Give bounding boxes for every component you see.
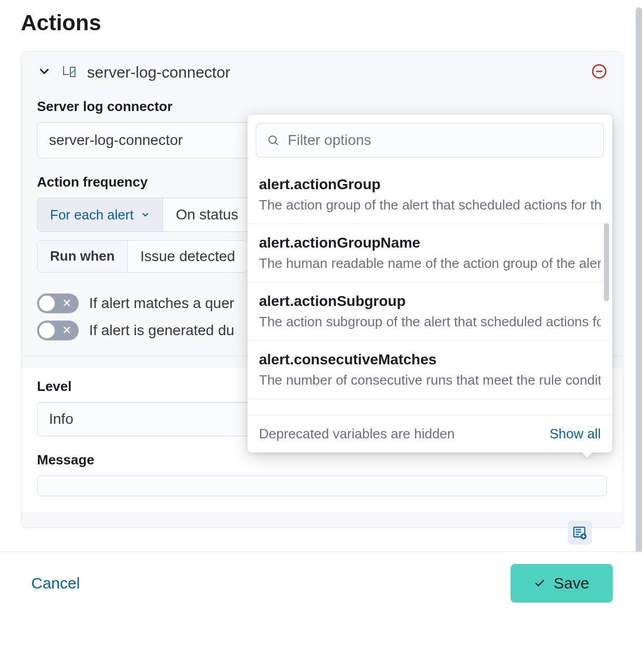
toggle-during-time[interactable]: ✕ — [37, 321, 79, 340]
toggle-match-query[interactable]: ✕ — [37, 293, 79, 313]
variable-desc: The action group of the alert that sched… — [259, 197, 601, 213]
variable-desc: The action subgroup of the alert that sc… — [259, 314, 601, 330]
insert-variable-button[interactable] — [568, 521, 592, 545]
svg-line-3 — [275, 142, 278, 145]
variable-title: alert.consecutiveMatches — [259, 351, 601, 368]
close-icon: ✕ — [62, 325, 71, 336]
remove-action-button[interactable] — [591, 64, 607, 81]
check-icon — [534, 578, 546, 589]
run-when-value[interactable]: Issue detected — [128, 241, 247, 272]
message-textarea[interactable] — [37, 475, 607, 496]
page-title: Actions — [21, 10, 623, 35]
close-icon: ✕ — [62, 298, 71, 309]
variable-option[interactable]: alert.actionSubgroup The action subgroup… — [247, 283, 612, 341]
deprecated-note: Deprecated variables are hidden — [259, 426, 455, 442]
message-label: Message — [37, 452, 607, 468]
toggle-during-time-label: If alert is generated du — [89, 322, 234, 339]
connector-field-label: Server log connector — [37, 99, 607, 115]
variable-title: alert.actionSubgroup — [259, 293, 601, 310]
connector-icon — [61, 63, 78, 82]
popover-scrollbar[interactable] — [604, 223, 609, 301]
toggle-match-query-label: If alert matches a quer — [89, 295, 234, 312]
variable-desc: The number of consecutive runs that meet… — [259, 372, 601, 388]
variable-title: alert.actionGroup — [259, 176, 601, 193]
page-scrollbar[interactable] — [636, 7, 642, 565]
variable-desc: The human readable name of the action gr… — [259, 255, 601, 272]
cancel-button[interactable]: Cancel — [31, 574, 80, 592]
filter-input[interactable] — [288, 132, 593, 149]
chevron-down-icon[interactable] — [37, 64, 52, 81]
svg-point-2 — [269, 136, 276, 143]
save-button[interactable]: Save — [511, 564, 613, 603]
variable-option[interactable]: alert.actionGroup The action group of th… — [247, 166, 612, 224]
variable-option[interactable]: alert.actionGroupName The human readable… — [247, 224, 612, 283]
footer-bar: Cancel Save — [0, 551, 644, 614]
panel-header[interactable]: server-log-connector — [21, 52, 623, 93]
run-when-label: Run when — [38, 241, 128, 272]
variable-title: alert.actionGroupName — [259, 235, 601, 251]
frequency-mode-label: For each alert — [50, 207, 133, 223]
variable-option[interactable]: alert.consecutiveMatches The number of c… — [247, 341, 612, 399]
save-label: Save — [554, 574, 589, 592]
connector-name: server-log-connector — [87, 64, 582, 81]
search-icon — [267, 133, 279, 147]
filter-search-box[interactable] — [256, 123, 604, 157]
popover-tail — [581, 451, 593, 458]
insert-icon — [573, 525, 587, 540]
frequency-mode-dropdown[interactable]: For each alert — [37, 198, 163, 232]
show-all-link[interactable]: Show all — [550, 426, 601, 442]
variable-popover: alert.actionGroup The action group of th… — [247, 115, 612, 452]
